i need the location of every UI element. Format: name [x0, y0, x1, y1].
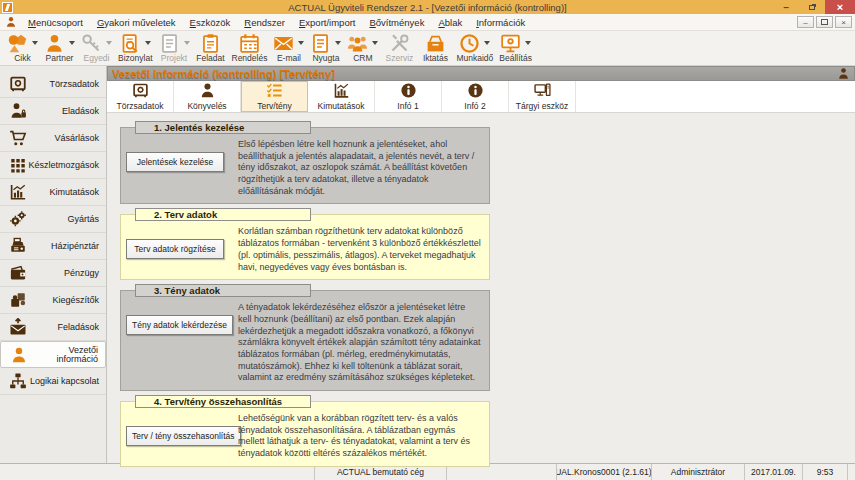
safe-icon	[9, 75, 27, 93]
toolbar-item-szerviz: Szerviz	[381, 32, 417, 63]
envelope-up-icon	[9, 318, 27, 336]
toolbar-item-projekt: Projekt	[156, 32, 193, 63]
bar-chart-icon	[333, 82, 350, 99]
tab-torzsadatok[interactable]: Törzsadatok	[107, 81, 174, 112]
person-icon	[199, 82, 216, 99]
dropdown-arrow-icon	[106, 41, 112, 45]
toolbar-item-bizonylat[interactable]: Bizonylat	[115, 32, 156, 63]
sidebar-item-penzugy[interactable]: Pénzügy	[0, 260, 106, 287]
section-jelentes-kezelese: 1. Jelentés kezelése Jelentések kezelése…	[120, 127, 490, 204]
teny-adatok-lekerdezese-button[interactable]: Tény adatok lekérdezése	[126, 315, 233, 335]
sidebar-item-kimutatasok[interactable]: Kimutatások	[0, 179, 106, 206]
restore-button[interactable]	[799, 0, 825, 14]
dropdown-arrow-icon	[184, 41, 190, 45]
menu-gyakori-muveletek[interactable]: Gyakori műveletek	[90, 15, 183, 30]
section-title: 4. Terv/tény összehasonlítás	[135, 395, 311, 408]
titlebar: ACTUAL Ügyviteli Rendszer 2.1 - [Vezetői…	[0, 0, 855, 14]
menu-menucsoport[interactable]: Menücsoport	[21, 15, 90, 30]
menu-eszkozok[interactable]: Eszközök	[183, 15, 238, 30]
terv-teny-osszehasonlitas-button[interactable]: Terv / tény összehasonlítás	[126, 426, 241, 446]
dropdown-arrow-icon[interactable]	[32, 41, 38, 45]
org-chart-icon	[9, 372, 27, 390]
user-avatar-icon	[837, 67, 850, 80]
section-description: Korlátlan számban rögzíthetünk terv adat…	[238, 226, 483, 273]
document-icon	[159, 33, 180, 54]
sidebar-item-feladasok[interactable]: Feladások	[0, 314, 106, 341]
toolbar-item-iktatas[interactable]: Iktatás	[417, 32, 453, 63]
sidebar-item-vezetoi-informacio[interactable]: Vezetői információ	[0, 341, 106, 368]
menu-bovitmenyek[interactable]: Bővítmények	[362, 15, 431, 30]
monitor-gear-icon	[500, 33, 521, 54]
section-title: 1. Jelentés kezelése	[135, 121, 311, 134]
menu-ablak[interactable]: Ablak	[431, 15, 469, 30]
menu-informaciok[interactable]: Információk	[469, 15, 532, 30]
dropdown-arrow-icon[interactable]	[145, 41, 151, 45]
tab-targyi-eszkoz[interactable]: Tárgyi eszköz	[509, 81, 576, 112]
section-teny-adatok: 3. Tény adatok Tény adatok lekérdezése A…	[120, 290, 490, 391]
key-icon	[81, 33, 102, 54]
dropdown-arrow-icon[interactable]	[484, 41, 490, 45]
mdi-minimize-button[interactable]	[797, 16, 814, 28]
page-title: Vezetői információ (kontrolling) [Terv/t…	[112, 68, 335, 80]
safe-icon	[132, 82, 149, 99]
sidebar-item-hazipenztar[interactable]: Házipénztár	[0, 233, 106, 260]
person-icon	[10, 346, 28, 364]
toolbar-item-email[interactable]: E-mail	[270, 32, 307, 63]
section-terv-teny-osszehasonlitas: 4. Terv/tény összehasonlítás Terv / tény…	[120, 401, 490, 467]
toolbar-item-nyugta[interactable]: Nyugta	[307, 32, 344, 63]
dropdown-arrow-icon[interactable]	[298, 41, 304, 45]
sidebar-item-eladasok[interactable]: Eladások	[0, 98, 106, 125]
section-description: Első lépésben létre kell hoznunk a jelen…	[238, 139, 483, 197]
tab-terv-teny[interactable]: Terv/tény	[241, 81, 308, 112]
archive-box-icon	[425, 33, 446, 54]
toolbar-item-rendeles[interactable]: Rendelés	[229, 32, 271, 63]
menu-export-import[interactable]: Export/import	[292, 15, 363, 30]
calendar-icon	[239, 33, 260, 54]
toolbar-item-munkaido[interactable]: Munkaidő	[453, 32, 496, 63]
toolbar-item-partner[interactable]: Partner	[41, 32, 78, 63]
toolbar-item-crm[interactable]: CRM	[344, 32, 381, 63]
tab-kimutatasok[interactable]: Kimutatások	[308, 81, 375, 112]
sidebar-item-logikai-kapcsolat[interactable]: Logikai kapcsolat	[0, 368, 106, 395]
tab-info-2[interactable]: Infó 2	[442, 81, 509, 112]
sidebar-item-vasarlasok[interactable]: Vásárlások	[0, 125, 106, 152]
document-icon	[310, 33, 331, 54]
toolbar-item-egyedi: Egyedi	[78, 32, 115, 63]
page-header: Vezetői információ (kontrolling) [Terv/t…	[107, 66, 855, 81]
sidebar: Törzsadatok Eladások Vásárlások Készletm…	[0, 66, 107, 463]
sidebar-item-kiegeszitok[interactable]: Kiegészítők	[0, 287, 106, 314]
puzzle-icon	[9, 291, 27, 309]
status-time: 9:53	[803, 464, 848, 480]
menubar: Menücsoport Gyakori műveletek Eszközök R…	[0, 14, 855, 31]
close-button[interactable]	[825, 0, 855, 14]
toolbar-item-beallitas[interactable]: Beállítás	[496, 32, 535, 63]
toolbar-item-feladat[interactable]: Feladat	[193, 32, 229, 63]
dropdown-arrow-icon[interactable]	[335, 41, 341, 45]
terv-adatok-rogzitese-button[interactable]: Terv adatok rögzítése	[126, 239, 224, 259]
clock-icon	[459, 33, 480, 54]
jelentesek-kezelese-button[interactable]: Jelentések kezelése	[126, 152, 224, 172]
menu-rendszer[interactable]: Rendszer	[237, 15, 292, 30]
sidebar-item-keszletmozgasok[interactable]: Készletmozgások	[0, 152, 106, 179]
resize-grip[interactable]	[848, 464, 855, 480]
mdi-close-button[interactable]	[835, 16, 852, 28]
sidebar-item-gyartas[interactable]: Gyártás	[0, 206, 106, 233]
sidebar-item-torzsadatok[interactable]: Törzsadatok	[0, 71, 106, 98]
toolbar-item-cikk[interactable]: Cikk	[4, 32, 41, 63]
info-icon	[467, 82, 484, 99]
dropdown-arrow-icon[interactable]	[372, 41, 378, 45]
tools-icon	[389, 33, 410, 54]
minimize-button[interactable]	[773, 0, 799, 14]
dropdown-arrow-icon[interactable]	[69, 41, 75, 45]
grid-icon	[9, 156, 27, 174]
tabstrip: Törzsadatok Könyvelés Terv/tény Kimutatá…	[107, 81, 855, 113]
cash-register-icon	[9, 237, 27, 255]
tab-info-1[interactable]: Infó 1	[375, 81, 442, 112]
dropdown-arrow-icon[interactable]	[525, 41, 531, 45]
section-title: 2. Terv adatok	[135, 208, 311, 221]
tab-konyveles[interactable]: Könyvelés	[174, 81, 241, 112]
mdi-restore-button[interactable]	[816, 16, 833, 28]
wallet-icon	[9, 264, 27, 282]
cart-icon	[9, 129, 27, 147]
content-area: 1. Jelentés kezelése Jelentések kezelése…	[107, 113, 855, 477]
